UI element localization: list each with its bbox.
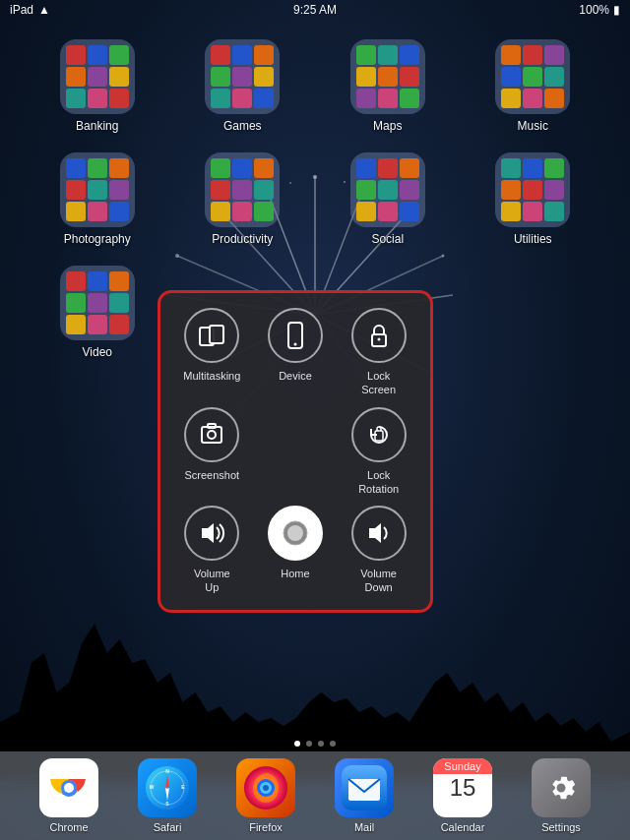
app-social[interactable]: Social: [320, 152, 456, 246]
firefox-label: Firefox: [249, 821, 283, 833]
volume-up-icon: [184, 506, 239, 561]
at-multitasking-button[interactable]: Multitasking: [175, 308, 249, 397]
assistive-touch-popup: Multitasking Device Lock Screen: [158, 290, 433, 613]
app-maps[interactable]: Maps: [320, 39, 456, 133]
svg-point-27: [293, 343, 296, 346]
chrome-label: Chrome: [49, 821, 88, 833]
games-label: Games: [223, 119, 262, 133]
calendar-day-number: 15: [450, 774, 476, 803]
banking-label: Banking: [76, 119, 118, 133]
volume-down-icon: [351, 506, 407, 561]
svg-text:W: W: [150, 784, 155, 790]
svg-point-36: [287, 525, 303, 541]
screenshot-label: Screenshot: [185, 468, 240, 482]
at-empty-button: [259, 407, 333, 497]
battery-icon: ▮: [613, 3, 620, 17]
at-home-button[interactable]: Home: [259, 506, 333, 595]
app-utilities[interactable]: Utilities: [466, 152, 601, 246]
device-label: Device: [279, 369, 312, 383]
page-dot-4[interactable]: [330, 741, 336, 747]
safari-icon: N S E W: [138, 758, 197, 817]
page-dot-2[interactable]: [306, 741, 312, 747]
status-time: 9:25 AM: [293, 3, 337, 17]
device-icon: [268, 308, 323, 363]
banking-folder-icon: [60, 39, 135, 114]
at-volume-up-button[interactable]: Volume Up: [175, 506, 249, 595]
volume-down-label: Volume Down: [360, 567, 397, 595]
lock-rotation-label: Lock Rotation: [358, 468, 399, 497]
productivity-folder-icon: [205, 152, 280, 227]
status-left: iPad ▲: [10, 3, 50, 17]
wifi-icon: ▲: [38, 3, 50, 17]
at-volume-down-button[interactable]: Volume Down: [342, 506, 415, 595]
page-dot-1[interactable]: [294, 741, 300, 747]
svg-point-31: [208, 431, 216, 439]
device-label: iPad: [10, 3, 33, 17]
maps-label: Maps: [373, 119, 402, 133]
photography-folder-icon: [60, 152, 135, 227]
music-folder-icon: [495, 39, 570, 114]
svg-text:N: N: [165, 768, 169, 774]
app-music[interactable]: Music: [466, 39, 601, 133]
at-screenshot-button[interactable]: Screenshot: [175, 407, 249, 497]
music-label: Music: [518, 119, 548, 133]
page-dots: [294, 741, 336, 747]
status-bar: iPad ▲ 9:25 AM 100% ▮: [0, 0, 630, 20]
safari-label: Safari: [154, 821, 182, 833]
settings-label: Settings: [541, 821, 581, 833]
utilities-folder-icon: [495, 152, 570, 227]
photography-label: Photography: [64, 232, 131, 246]
chrome-icon: [39, 758, 98, 817]
settings-icon: [532, 758, 591, 817]
dock-settings[interactable]: Settings: [532, 758, 591, 833]
svg-marker-37: [369, 523, 381, 543]
mail-label: Mail: [354, 821, 374, 833]
lock-rotation-icon: [351, 407, 407, 462]
utilities-label: Utilities: [514, 232, 552, 246]
calendar-icon: Sunday 15: [433, 758, 492, 817]
svg-marker-34: [202, 523, 214, 543]
app-video[interactable]: Video: [30, 266, 165, 359]
social-label: Social: [371, 232, 404, 246]
mail-icon: [335, 758, 394, 817]
dock-mail[interactable]: Mail: [335, 758, 394, 833]
at-lock-rotation-button[interactable]: Lock Rotation: [342, 407, 415, 497]
app-banking[interactable]: Banking: [30, 39, 165, 133]
status-right: 100% ▮: [579, 3, 620, 17]
home-icon: [268, 506, 323, 561]
video-label: Video: [83, 345, 112, 359]
dock-chrome[interactable]: Chrome: [39, 758, 98, 833]
page-dot-3[interactable]: [318, 741, 324, 747]
lock-screen-label: Lock Screen: [361, 369, 396, 397]
app-photography[interactable]: Photography: [30, 152, 165, 246]
screenshot-icon: [184, 407, 239, 462]
home-label: Home: [281, 567, 309, 580]
social-folder-icon: [350, 152, 425, 227]
at-lock-screen-button[interactable]: Lock Screen: [342, 308, 415, 397]
productivity-label: Productivity: [212, 232, 273, 246]
at-device-button[interactable]: Device: [259, 308, 333, 397]
dock: Chrome N S E W: [0, 751, 630, 840]
multitasking-label: Multitasking: [183, 369, 240, 383]
games-folder-icon: [205, 39, 280, 114]
battery-percent: 100%: [579, 3, 609, 17]
svg-point-29: [377, 338, 380, 341]
calendar-label: Calendar: [441, 821, 485, 833]
svg-point-53: [263, 785, 269, 791]
app-productivity[interactable]: Productivity: [175, 152, 311, 246]
lock-screen-icon: [351, 308, 407, 363]
video-folder-icon: [60, 266, 135, 340]
dock-firefox[interactable]: Firefox: [236, 758, 295, 833]
svg-rect-25: [210, 326, 223, 343]
svg-point-41: [64, 783, 74, 793]
dock-calendar[interactable]: Sunday 15 Calendar: [433, 758, 492, 833]
calendar-day-name: Sunday: [433, 758, 492, 774]
svg-rect-30: [202, 427, 221, 443]
maps-folder-icon: [350, 39, 425, 114]
dock-safari[interactable]: N S E W Safari: [138, 758, 197, 833]
multitasking-icon: [184, 308, 239, 363]
app-games[interactable]: Games: [175, 39, 311, 133]
firefox-icon: [236, 758, 295, 817]
volume-up-label: Volume Up: [194, 567, 230, 595]
